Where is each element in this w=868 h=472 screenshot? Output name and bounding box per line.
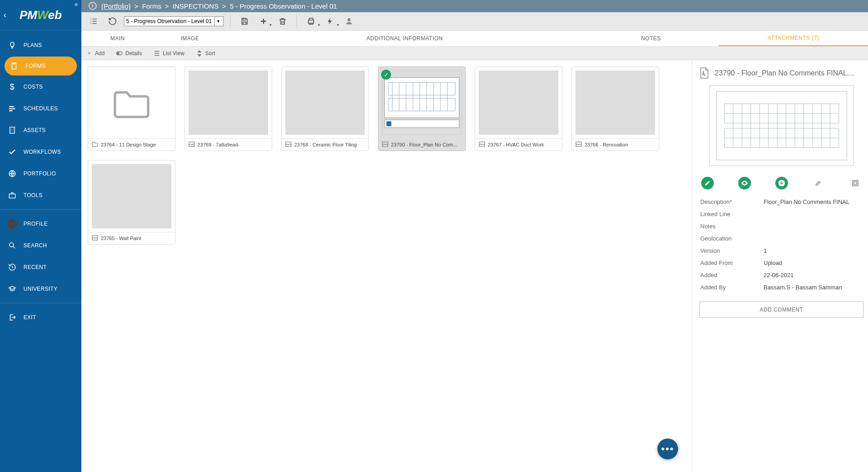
chevron-down-icon: ▼ (317, 23, 321, 27)
svg-rect-27 (853, 180, 858, 186)
field-label: Geolocation (700, 235, 764, 242)
tab-attachments[interactable]: ATTACHMENTS (7) (719, 31, 868, 46)
breadcrumb: (Portfolio) > Forms > INSPECTIONS > 5 - … (101, 2, 337, 10)
sub-label: List View (163, 50, 184, 57)
attachment-label: 23766 - Renovation (585, 142, 628, 147)
attachment-thumb (572, 67, 659, 138)
breadcrumb-forms[interactable]: Forms (142, 2, 161, 10)
sidebar-item-forms[interactable]: FORMS (5, 57, 77, 76)
sort-button[interactable]: Sort (196, 50, 215, 57)
attachment-label-row: 23765 - Wall Paint (88, 232, 175, 244)
sidebar-item-recent[interactable]: RECENT (0, 257, 81, 278)
crop-button[interactable] (849, 177, 862, 189)
add-button[interactable]: ▼ (256, 14, 271, 28)
info-icon[interactable]: i (89, 2, 97, 10)
nav-divider (0, 209, 81, 210)
attachment-card[interactable]: 23768 - Ceramic Floor Tiling (281, 66, 369, 151)
list-view-button[interactable]: List View (154, 50, 184, 57)
list-toggle-button[interactable] (86, 14, 101, 28)
add-comment-button[interactable]: ADD COMMENT (699, 302, 863, 318)
globe-icon (7, 169, 17, 179)
field-row: Description*Floor_Plan No Comments FINAL (699, 196, 863, 208)
svg-rect-28 (854, 182, 857, 184)
sidebar-item-costs[interactable]: $ COSTS (0, 76, 81, 97)
svg-rect-3 (9, 110, 13, 111)
attachment-card-selected[interactable]: ✓ (378, 66, 466, 151)
field-row: Linked Line (699, 208, 863, 220)
svg-rect-4 (10, 127, 15, 133)
tab-main[interactable]: MAIN (81, 31, 154, 46)
sidebar-item-university[interactable]: UNIVERSITY (0, 278, 81, 299)
breadcrumb-inspections[interactable]: INSPECTIONS (173, 2, 219, 10)
sidebar-item-label: SCHEDULES (24, 105, 58, 112)
pdf-icon (699, 67, 709, 79)
sidebar-item-tools[interactable]: TOOLS (0, 185, 81, 206)
image-icon (382, 142, 388, 148)
svg-rect-18 (387, 121, 392, 126)
edit-button[interactable] (701, 177, 714, 189)
tab-image[interactable]: IMAGE (154, 31, 226, 46)
attachment-card[interactable]: 23765 - Wall Paint (88, 160, 175, 245)
record-selector[interactable]: 5 - Progress Observation - Level 01 ▼ (124, 16, 224, 26)
attachment-card[interactable]: 23769 - 7a8a9ead- (184, 66, 272, 151)
save-button[interactable] (237, 14, 252, 28)
action-button[interactable]: ▼ (322, 14, 338, 28)
user-button[interactable] (341, 14, 357, 28)
breadcrumb-portfolio[interactable]: (Portfolio) (101, 2, 131, 10)
sidebar-item-assets[interactable]: ASSETS (0, 120, 81, 141)
clipboard-icon (9, 61, 19, 71)
sidebar-item-label: RECENT (24, 264, 47, 270)
sidebar-item-plans[interactable]: PLANS (0, 35, 81, 56)
svg-rect-8 (309, 20, 314, 24)
dollar-icon: $ (7, 82, 17, 92)
attachment-preview[interactable] (709, 85, 854, 166)
sidebar-item-search[interactable]: SEARCH (0, 235, 81, 256)
attachment-label-row: 23768 - Ceramic Floor Tiling (282, 138, 368, 151)
brush-button[interactable] (812, 177, 825, 189)
panel-title: 23790 - Floor_Plan No Comments FINAL.... (715, 69, 863, 77)
tab-additional-information[interactable]: ADDITIONAL INFORMATION (226, 31, 583, 46)
download-button[interactable] (775, 177, 788, 189)
add-attachment-button[interactable]: + Add (86, 50, 104, 57)
bars-icon (7, 104, 17, 113)
attachments-grid: 23764 - 11 Design Stage 23769 - 7a8a9ead… (81, 60, 692, 472)
print-button[interactable]: ▼ (303, 14, 319, 28)
fab-more-button[interactable]: ••• (657, 439, 678, 459)
field-value: 1 (764, 247, 767, 254)
sidebar-item-schedules[interactable]: SCHEDULES (0, 98, 81, 119)
nav: PLANS FORMS $ COSTS SCHEDULES (0, 30, 81, 328)
back-icon[interactable]: ‹ (4, 10, 6, 20)
attachment-card[interactable]: 23767 - HVAC Duct Work (475, 66, 562, 151)
chevron-down-icon: ▼ (336, 23, 340, 27)
svg-rect-17 (384, 120, 459, 127)
attachment-label: 23769 - 7a8a9ead- (198, 142, 240, 147)
image-icon (479, 142, 485, 148)
field-label: Notes (700, 223, 764, 230)
sidebar-item-profile[interactable]: PROFILE (0, 213, 81, 234)
tab-notes[interactable]: NOTES (583, 31, 719, 46)
panel-header: 23790 - Floor_Plan No Comments FINAL.... (699, 67, 863, 79)
sub-label: Details (125, 50, 142, 57)
delete-button[interactable] (275, 14, 290, 28)
lightbulb-icon (7, 40, 17, 50)
attachment-card[interactable]: 23764 - 11 Design Stage (88, 66, 175, 151)
tab-attachments-count: (7) (812, 35, 819, 41)
sidebar-item-label: PORTFOLIO (24, 170, 56, 177)
record-selector-value: 5 - Progress Observation - Level 01 (126, 18, 212, 24)
sidebar-item-workflows[interactable]: WORKFLOWS (0, 142, 81, 162)
history-button[interactable] (105, 14, 120, 28)
sidebar-item-label: PLANS (24, 42, 42, 48)
attachment-card[interactable]: 23766 - Renovation (571, 66, 659, 151)
sort-icon (196, 50, 203, 57)
logo[interactable]: ‹ PMWeb ® (0, 0, 81, 30)
svg-rect-1 (9, 106, 14, 107)
tab-attachments-label: ATTACHMENTS (768, 35, 810, 41)
sidebar-item-exit[interactable]: EXIT (0, 307, 81, 328)
chevron-down-icon: ▼ (214, 17, 222, 26)
sidebar-item-portfolio[interactable]: PORTFOLIO (0, 163, 81, 184)
field-value: Bassam.S - Bassam Samman (764, 284, 842, 291)
svg-rect-2 (9, 108, 15, 109)
view-button[interactable] (738, 177, 751, 189)
sidebar-item-label: EXIT (24, 314, 36, 321)
details-toggle-button[interactable]: Details (116, 50, 142, 57)
